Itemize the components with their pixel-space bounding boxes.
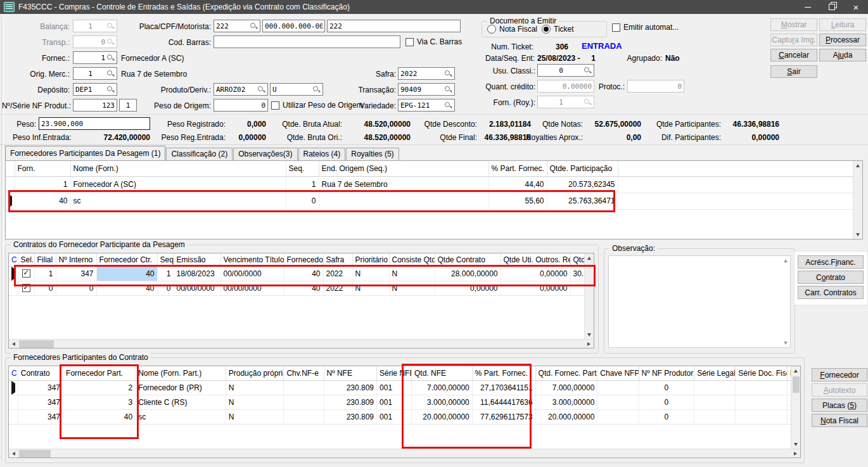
search-icon[interactable] <box>312 86 321 94</box>
search-icon[interactable] <box>106 70 115 78</box>
restore-button[interactable] <box>820 0 844 14</box>
search-icon[interactable] <box>106 86 115 94</box>
scroll-down-button[interactable] <box>791 440 800 449</box>
scroll-down-button[interactable] <box>781 338 790 347</box>
col-nome-forn[interactable]: Nome (Forn.) <box>70 161 286 176</box>
col-qtde-uti[interactable]: Qtde Uti. Outros. Rec <box>501 253 570 267</box>
scroll-down-button[interactable] <box>853 230 862 239</box>
horizontal-scrollbar[interactable] <box>9 449 800 457</box>
checkbox-cell[interactable]: ✓ <box>18 267 34 281</box>
col-forn[interactable]: Forn. <box>15 161 70 176</box>
col-prioritario[interactable]: Prioritário <box>352 253 389 267</box>
vertical-scrollbar[interactable] <box>584 253 594 339</box>
nota-fiscal-radio[interactable]: Nota Fiscal <box>487 25 537 34</box>
col-serie-legal[interactable]: Série Legal <box>694 366 736 380</box>
transacao-field[interactable]: 90409 <box>398 83 455 96</box>
cancelar-button[interactable]: Cancelar <box>770 49 817 61</box>
col-vencimento[interactable]: Vencimento Título <box>220 253 284 267</box>
scroll-right-button[interactable] <box>791 449 800 458</box>
col-c[interactable]: C <box>9 366 18 380</box>
orig-merc-field[interactable]: 1 <box>73 67 117 80</box>
col-c[interactable]: C <box>9 253 18 267</box>
table-row-selected[interactable]: 40 sc 0 55,60 25.763,36471 <box>6 193 854 209</box>
col-qtd-nfe[interactable]: Qtd. NFE <box>412 366 473 380</box>
search-icon[interactable] <box>106 54 115 62</box>
scroll-up-button[interactable] <box>781 256 790 265</box>
horizontal-scrollbar[interactable] <box>9 339 594 348</box>
scroll-left-button[interactable] <box>9 449 18 458</box>
tab-royalties[interactable]: Royalties (5) <box>346 148 399 160</box>
scrollbar-thumb[interactable] <box>19 340 54 348</box>
col-n-interno[interactable]: Nº Interno <box>56 253 96 267</box>
ajuda-button[interactable]: Ajuda <box>819 49 866 61</box>
vertical-scrollbar[interactable] <box>791 366 800 449</box>
ticket-radio[interactable]: Ticket <box>542 25 574 34</box>
col-serie-nfe[interactable]: Série NFE <box>377 366 412 380</box>
close-button[interactable]: × <box>844 0 868 14</box>
nf-produt-serie-field[interactable]: 1 <box>119 99 137 112</box>
safra-field[interactable]: 2022 <box>398 67 455 80</box>
scroll-down-button[interactable] <box>584 330 594 339</box>
leitura-button[interactable]: Leitura <box>819 18 866 31</box>
search-icon[interactable] <box>444 86 452 94</box>
variedade-field[interactable]: EPG-121 <box>398 99 455 112</box>
tab-rateios[interactable]: Rateios (4) <box>298 148 346 160</box>
table-row[interactable]: 347 3 Cliente C (RS) N 230.809 001 3.000… <box>9 395 801 409</box>
scrollbar-thumb[interactable] <box>793 376 800 393</box>
carr-contratos-button[interactable]: Carr. Contratos <box>798 286 864 299</box>
observacao-textarea[interactable] <box>608 255 791 348</box>
nota-fiscal-button[interactable]: Nota Fiscal <box>812 414 867 427</box>
sair-button[interactable]: Sair <box>770 65 817 78</box>
scroll-up-button[interactable] <box>853 161 862 170</box>
col-qtde-participacao[interactable]: Qtde. Participação <box>547 161 618 176</box>
table-row[interactable]: ✓ 0 0 40 0 00/00/0000 00/00/0000 40 2022… <box>9 281 594 296</box>
peso-origem-field[interactable]: 0 <box>214 99 268 112</box>
processar-button[interactable]: Processar <box>819 34 866 46</box>
tab-observacoes[interactable]: Observações(3) <box>233 148 297 160</box>
peso-field[interactable]: 23.900,000 <box>39 117 150 130</box>
col-part-fornec[interactable]: % Part. Fornec. <box>488 161 547 176</box>
search-icon[interactable] <box>444 70 452 78</box>
col-contrato[interactable]: Contrato <box>18 366 63 380</box>
fornec-field[interactable]: 1 <box>73 51 117 64</box>
search-icon[interactable] <box>250 22 258 30</box>
scroll-right-button[interactable] <box>584 340 594 349</box>
autotexto-button[interactable]: Autotexto <box>812 383 867 397</box>
scrollbar-thumb[interactable] <box>19 450 51 457</box>
tab-fornecedores-pesagem[interactable]: Fornecedores Participantes Da Pesagem (1… <box>5 146 165 160</box>
col-part-fornec[interactable]: % Part. Fornec. <box>472 366 535 380</box>
search-icon[interactable] <box>106 22 115 30</box>
col-n-nf-produtor[interactable]: Nº NF Produtor <box>639 366 694 380</box>
usu-classi-field[interactable]: 0 <box>537 64 594 77</box>
deposito-field[interactable]: DEP1 <box>73 83 117 96</box>
col-consiste[interactable]: Consiste Qtd <box>389 253 435 267</box>
checkbox-cell[interactable]: ✓ <box>18 281 34 296</box>
col-chave-nfp[interactable]: Chave NFP-e <box>597 366 639 380</box>
col-fornecedor[interactable]: Fornecedor <box>284 253 323 267</box>
motorista-field[interactable]: 222 <box>327 20 461 32</box>
col-safra[interactable]: Safra <box>323 253 352 267</box>
produto-field[interactable]: ARROZ02 <box>214 83 268 96</box>
quant-credito-field[interactable]: 0,00000 <box>537 80 594 93</box>
via-c-barras-checkbox[interactable]: Via C. Barras <box>405 37 462 46</box>
table-row-selected[interactable]: 347 2 Fornecedor B (PR) N 230.809 001 7.… <box>9 380 801 395</box>
transp-field[interactable]: 0 <box>73 35 117 48</box>
col-end-origem[interactable]: End. Origem (Seq.) <box>319 161 488 176</box>
col-serie-doc-fiscal[interactable]: Série Doc. Fiscal <box>736 366 787 380</box>
nf-produt-num-field[interactable]: 123 <box>73 99 117 112</box>
col-producao-propria[interactable]: Produção própria <box>226 366 284 380</box>
fornecedor-button[interactable]: Fornecedor <box>812 368 867 381</box>
deriv-field[interactable]: U <box>270 83 323 96</box>
col-qtde-contrato[interactable]: Qtde Contrato <box>435 253 501 267</box>
search-icon[interactable] <box>106 38 115 46</box>
scroll-up-button[interactable] <box>584 253 594 262</box>
placa-field[interactable]: 222 <box>214 20 260 32</box>
search-icon[interactable] <box>584 98 592 106</box>
cod-barras-field[interactable] <box>214 35 400 48</box>
forn-roy-field[interactable]: 1 <box>537 96 594 108</box>
col-nome-forn-part[interactable]: Nome (Forn. Part.) <box>136 366 226 380</box>
col-n-nfe[interactable]: Nº NFE <box>324 366 377 380</box>
minimize-button[interactable] <box>796 0 820 14</box>
search-icon[interactable] <box>584 67 592 75</box>
col-emissao[interactable]: Emissão <box>174 253 220 267</box>
